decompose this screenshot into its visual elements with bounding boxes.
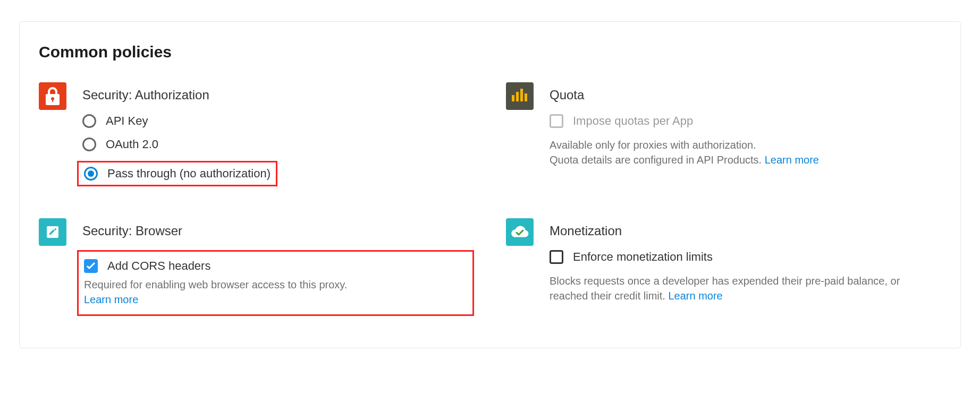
svg-rect-0 xyxy=(512,95,514,101)
radio-icon[interactable] xyxy=(82,114,96,128)
quota-desc-line2: Quota details are configured in API Prod… xyxy=(550,154,765,166)
monetization-desc-text: Blocks requests once a developer has exp… xyxy=(550,275,900,302)
cors-option-label: Add CORS headers xyxy=(107,259,210,273)
svg-rect-1 xyxy=(516,92,519,101)
checkbox-option-quota: Impose quotas per App xyxy=(550,114,941,128)
section-title: Common policies xyxy=(39,43,941,61)
policies-grid: Security: Authorization API Key OAuth 2.… xyxy=(39,82,941,316)
svg-rect-3 xyxy=(525,93,527,101)
quota-learn-more-link[interactable]: Learn more xyxy=(765,154,819,166)
quota-desc-line1: Available only for proxies with authoriz… xyxy=(550,139,756,151)
quota-title: Quota xyxy=(550,82,941,102)
quota-option-label: Impose quotas per App xyxy=(573,114,693,128)
highlighted-cors-block: Add CORS headers Required for enabling w… xyxy=(77,250,474,316)
radio-icon-selected[interactable] xyxy=(84,167,98,181)
cors-learn-more-link[interactable]: Learn more xyxy=(84,294,138,305)
pencil-icon xyxy=(39,218,66,246)
checkbox-option-monetization[interactable]: Enforce monetization limits xyxy=(550,250,941,264)
bar-chart-icon xyxy=(506,82,534,110)
quota-description: Available only for proxies with authoriz… xyxy=(550,138,941,167)
cors-description: Required for enabling web browser access… xyxy=(84,277,463,307)
highlighted-pass-through: Pass through (no authorization) xyxy=(77,161,277,186)
radio-icon[interactable] xyxy=(82,138,96,151)
security-browser-title: Security: Browser xyxy=(82,218,474,238)
policy-security-authorization: Security: Authorization API Key OAuth 2.… xyxy=(39,82,474,186)
lock-icon xyxy=(39,82,66,110)
monetization-option-label: Enforce monetization limits xyxy=(573,250,713,264)
radio-label-pass-through: Pass through (no authorization) xyxy=(107,167,271,181)
radio-label-oauth: OAuth 2.0 xyxy=(106,138,158,151)
radio-option-api-key[interactable]: API Key xyxy=(82,114,474,128)
policy-security-browser: Security: Browser Add CORS headers Requi… xyxy=(39,218,474,316)
checkbox-checked-icon[interactable] xyxy=(84,259,98,273)
cloud-check-icon xyxy=(506,218,534,246)
checkbox-disabled-icon xyxy=(550,114,563,128)
cors-desc-text: Required for enabling web browser access… xyxy=(84,279,347,290)
monetization-learn-more-link[interactable]: Learn more xyxy=(668,290,722,302)
monetization-description: Blocks requests once a developer has exp… xyxy=(550,273,941,303)
policy-monetization: Monetization Enforce monetization limits… xyxy=(506,218,941,316)
svg-rect-2 xyxy=(520,89,523,101)
common-policies-panel: Common policies Security: Authorization … xyxy=(19,21,961,348)
radio-option-oauth[interactable]: OAuth 2.0 xyxy=(82,138,474,151)
policy-quota: Quota Impose quotas per App Available on… xyxy=(506,82,941,186)
security-authorization-title: Security: Authorization xyxy=(82,82,474,102)
radio-label-api-key: API Key xyxy=(106,114,148,128)
checkbox-option-cors[interactable]: Add CORS headers xyxy=(84,259,463,273)
checkbox-icon[interactable] xyxy=(550,250,563,264)
monetization-title: Monetization xyxy=(550,218,941,238)
